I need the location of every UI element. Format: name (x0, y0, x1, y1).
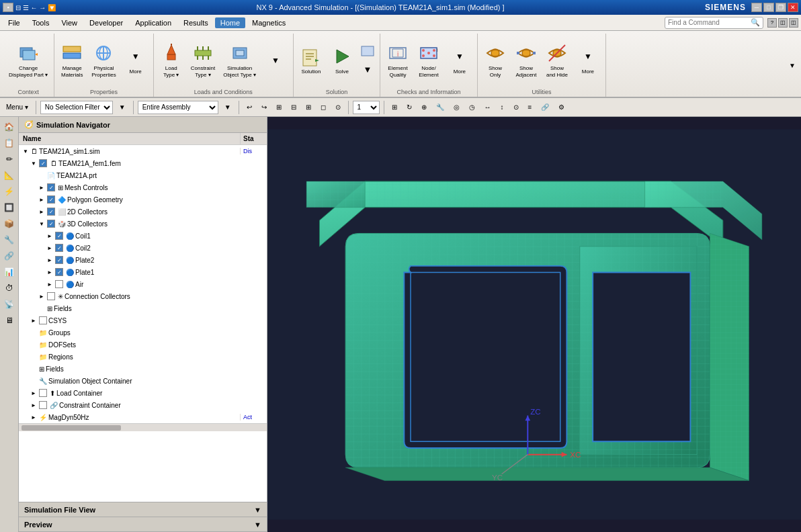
solution-small-1[interactable] (358, 42, 377, 60)
tb-btn-14[interactable]: ↔ (481, 100, 495, 115)
tree-item-groups[interactable]: 📁 Groups (19, 326, 267, 339)
check-coil1[interactable]: ✓ (55, 232, 63, 240)
maximize-button[interactable]: □ (763, 3, 774, 12)
expand-sim1[interactable]: ▼ (22, 147, 30, 155)
left-btn-5[interactable]: ⚡ (2, 184, 17, 199)
menu-application[interactable]: Application (130, 17, 177, 28)
solution-button[interactable]: Solution (296, 43, 326, 78)
show-hide-button[interactable]: Showand Hide (542, 40, 572, 81)
check-2d[interactable]: ✓ (47, 208, 55, 216)
expand-coil1[interactable]: ► (46, 232, 54, 240)
expand-plate1[interactable]: ► (46, 268, 54, 276)
help-button[interactable]: ? (767, 18, 777, 28)
minimize-button[interactable]: ─ (751, 3, 762, 12)
check-fem1[interactable]: ✓ (39, 159, 47, 167)
check-load-cont[interactable] (39, 389, 47, 397)
check-air[interactable] (55, 280, 63, 288)
tree-item-constraint-cont[interactable]: ► 🔗 Constraint Container (19, 399, 267, 411)
tree-item-csys[interactable]: ► CSYS (19, 314, 267, 326)
extra-btn-2[interactable]: ◫ (789, 18, 798, 28)
tree-item-coil2[interactable]: ► ✓ 🔵 Coil2 (19, 242, 267, 254)
sim-file-view-header[interactable]: Simulation File View ▼ (19, 502, 267, 517)
expand-poly[interactable]: ► (38, 195, 46, 204)
filter-dropdown-button[interactable]: ▼ (116, 100, 129, 115)
menu-home[interactable]: Home (215, 17, 245, 28)
left-btn-3[interactable]: ✏ (2, 152, 17, 167)
viewport[interactable]: XC ZC YC X Z Y (267, 117, 801, 532)
expand-constraint-cont[interactable]: ► (30, 401, 38, 409)
restore-button[interactable]: ❐ (775, 3, 786, 12)
left-btn-13[interactable]: 🖥 (2, 313, 17, 328)
selection-filter-select[interactable]: No Selection Filter (40, 101, 113, 114)
show-only-button[interactable]: ShowOnly (480, 40, 510, 81)
show-adjacent-button[interactable]: ShowAdjacent (511, 40, 541, 81)
tree-item-regions[interactable]: 📁 Regions (19, 351, 267, 363)
manage-materials-button[interactable]: ManageMaterials (57, 40, 87, 81)
expand-prt[interactable] (38, 171, 46, 179)
left-btn-9[interactable]: 🔗 (2, 249, 17, 263)
menu-tools[interactable]: Tools (27, 17, 55, 28)
change-displayed-part-button[interactable]: ChangeDisplayed Part ▾ (5, 40, 51, 81)
left-btn-8[interactable]: 🔧 (2, 232, 17, 247)
check-poly[interactable]: ✓ (47, 195, 55, 204)
tree-item-mesh-controls[interactable]: ► ✓ ⊞ Mesh Controls (19, 181, 267, 193)
check-mesh[interactable]: ✓ (47, 183, 55, 191)
expand-magdyn[interactable]: ► (30, 413, 38, 421)
solution-small-2[interactable]: ▼ (358, 61, 377, 79)
expand-regions[interactable] (30, 353, 38, 361)
check-conn[interactable] (47, 292, 55, 300)
tb-btn-17[interactable]: ≡ (525, 100, 536, 115)
nav-btn-1[interactable]: ↩ (243, 100, 255, 115)
expand-conn[interactable]: ► (38, 292, 46, 300)
tb-btn-13[interactable]: ◷ (466, 100, 478, 115)
left-btn-2[interactable]: 📋 (2, 136, 17, 150)
tb-btn-8[interactable]: ⊞ (388, 100, 400, 115)
solve-button[interactable]: Solve (327, 43, 357, 78)
extra-btn-1[interactable]: ◫ (778, 18, 788, 28)
left-btn-4[interactable]: 📐 (2, 168, 17, 183)
expand-2d[interactable]: ► (38, 208, 46, 216)
more-checks-button[interactable]: ▼ More (445, 43, 474, 78)
tree-item-load-cont[interactable]: ► ⬆ Load Container (19, 387, 267, 399)
menu-file[interactable]: File (3, 17, 26, 28)
check-plate1[interactable]: ✓ (55, 268, 63, 276)
check-coil2[interactable]: ✓ (55, 244, 63, 252)
menu-magnetics[interactable]: Magnetics (247, 17, 291, 28)
tree-item-2d-coll[interactable]: ► ✓ ⬜ 2D Collectors (19, 206, 267, 218)
tree-item-poly-geom[interactable]: ► ✓ 🔷 Polygon Geometry (19, 193, 267, 206)
tree-item-plate2[interactable]: ► ✓ 🔵 Plate2 (19, 254, 267, 266)
expand-load-cont[interactable]: ► (30, 389, 38, 397)
preview-header[interactable]: Preview ▼ (19, 517, 267, 532)
menu-dropdown-button[interactable]: Menu ▾ (3, 100, 32, 115)
expand-plate2[interactable]: ► (46, 256, 54, 264)
tree-item-coil1[interactable]: ► ✓ 🔵 Coil1 (19, 230, 267, 242)
nav-btn-2[interactable]: ↪ (258, 100, 270, 115)
tree-item-fields2[interactable]: ⊞ Fields (19, 363, 267, 375)
tree-item-dofsets[interactable]: 📁 DOFSets (19, 339, 267, 351)
tree-item-plate1[interactable]: ► ✓ 🔵 Plate1 (19, 266, 267, 278)
tb-btn-18[interactable]: 🔗 (538, 100, 552, 115)
nav-btn-7[interactable]: ⊙ (332, 100, 344, 115)
nav-btn-3[interactable]: ⊞ (273, 100, 285, 115)
assembly-select[interactable]: Entire Assembly (138, 101, 218, 114)
menu-view[interactable]: View (56, 17, 83, 28)
left-btn-7[interactable]: 📦 (2, 216, 17, 231)
element-quality-button[interactable]: i ElementQuality (383, 40, 413, 81)
load-type-button[interactable]: LoadType ▾ (157, 40, 186, 81)
expand-sim-obj[interactable] (30, 377, 38, 385)
tb-btn-11[interactable]: 🔧 (433, 100, 448, 115)
expand-csys[interactable]: ► (30, 316, 38, 324)
tree-item-3d-coll[interactable]: ▼ ✓ 🎲 3D Collectors (19, 218, 267, 230)
more-properties-button[interactable]: ▼ More (121, 43, 151, 78)
zoom-select[interactable]: 1 (353, 101, 380, 114)
left-btn-11[interactable]: ⏱ (2, 281, 17, 296)
tb-btn-12[interactable]: ◎ (450, 100, 463, 115)
tree-item-prt[interactable]: 📄 TEAM21A.prt (19, 169, 267, 181)
check-3d[interactable]: ✓ (47, 220, 55, 228)
nav-btn-6[interactable]: ◻ (317, 100, 329, 115)
constraint-type-button[interactable]: ConstraintType ▾ (187, 40, 218, 81)
check-plate2[interactable]: ✓ (55, 256, 63, 264)
expand-fem1[interactable]: ▼ (30, 159, 38, 167)
check-constraint-cont[interactable] (39, 401, 47, 409)
menu-results[interactable]: Results (178, 17, 214, 28)
